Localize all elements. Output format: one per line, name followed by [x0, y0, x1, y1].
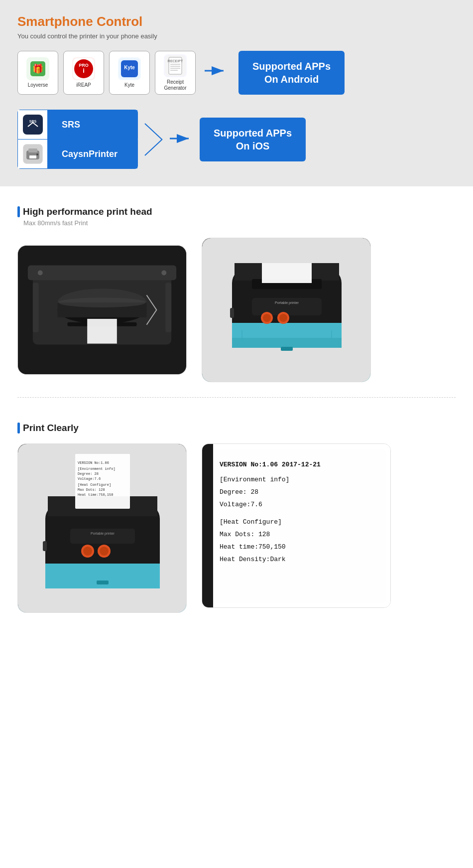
svg-rect-81 [202, 444, 213, 608]
bullet-bar-icon-2 [17, 423, 20, 434]
ios-apps-row: SRS SRS [17, 110, 456, 169]
svg-text:Heat time:750,150: Heat time:750,150 [220, 543, 286, 551]
svg-rect-23 [28, 148, 37, 152]
section-divider [17, 397, 456, 398]
caysn-app-row: CaysnPrinter [17, 139, 138, 169]
performance-section: High performance print head Max 80mm/s f… [0, 186, 473, 423]
svg-rect-48 [262, 263, 312, 283]
srs-label: SRS [48, 110, 137, 139]
svg-rect-19 [24, 116, 42, 134]
svg-rect-56 [230, 308, 234, 318]
smartphone-subtitle: You could control the printer in your ph… [17, 32, 456, 40]
svg-point-36 [161, 270, 166, 275]
svg-point-52 [263, 314, 271, 322]
svg-point-35 [38, 270, 43, 275]
svg-rect-71 [70, 529, 135, 544]
kyte-icon: Kyte [118, 57, 141, 80]
smartphone-heading: Smartphone Control [17, 14, 456, 29]
svg-text:Heat Density:Dark: Heat Density:Dark [220, 556, 286, 563]
svg-text:[Environment info]: [Environment info] [78, 467, 116, 471]
svg-rect-38 [33, 283, 39, 332]
supported-android-btn: Supported APPsOn Android [238, 51, 345, 95]
svg-text:RECEIPT: RECEIPT [168, 59, 183, 63]
svg-point-76 [100, 547, 109, 556]
supported-ios-text: Supported APPsOn iOS [214, 128, 292, 151]
ios-apps-block: SRS SRS [17, 110, 138, 169]
receipt-paper-closeup: VERSION No:1.06 2017-12-21 [Environment … [202, 443, 391, 608]
svg-text:[Heat Configure]: [Heat Configure] [78, 483, 111, 487]
svg-text:VERSION No:1.06 2017-12-21: VERSION No:1.06 2017-12-21 [220, 461, 321, 468]
loyverse-app-box: 🎁 Loyverse [17, 51, 58, 95]
print-clearly-heading-row: Print Clearly [17, 423, 456, 434]
svg-text:Heat time:750,150: Heat time:750,150 [78, 493, 113, 497]
svg-point-33 [59, 297, 146, 307]
svg-rect-34 [28, 266, 176, 281]
performance-images-row: Portable printer [17, 238, 456, 382]
svg-text:Kyte: Kyte [124, 65, 135, 70]
supported-ios-btn: Supported APPsOn iOS [200, 118, 306, 161]
svg-text:i: i [83, 67, 85, 74]
print-clearly-section: Print Clearly VERSION No:1.06 [Environme… [0, 423, 473, 633]
kyte-label: Kyte [124, 82, 134, 88]
svg-point-25 [36, 153, 38, 155]
smartphone-control-section: Smartphone Control You could control the… [0, 0, 473, 186]
svg-text:Degree: 28: Degree: 28 [220, 488, 258, 496]
printer-with-paper-image: VERSION No:1.06 [Environment info] Degre… [17, 443, 187, 613]
svg-text:Degree: 28: Degree: 28 [78, 472, 99, 476]
svg-text:🎁: 🎁 [32, 63, 44, 74]
svg-text:Max Dots: 128: Max Dots: 128 [220, 531, 270, 538]
print-head-image [17, 245, 187, 375]
android-apps-row: 🎁 Loyverse PRO i iREAP [17, 51, 456, 95]
caysn-label: CaysnPrinter [48, 140, 137, 168]
svg-text:Voltage:7.6: Voltage:7.6 [220, 501, 262, 508]
ireap-app-box: PRO i iREAP [63, 51, 104, 95]
svg-rect-78 [43, 541, 47, 551]
ireap-label: iREAP [76, 82, 91, 88]
svg-rect-39 [165, 283, 171, 332]
print-clearly-images-row: VERSION No:1.06 [Environment info] Degre… [17, 443, 456, 613]
svg-rect-24 [29, 155, 36, 158]
print-clearly-heading-text: Print Clearly [23, 423, 79, 434]
svg-text:VERSION No:1.06: VERSION No:1.06 [78, 461, 109, 465]
srs-icon: SRS [18, 110, 48, 139]
loyverse-label: Loyverse [28, 82, 48, 88]
svg-text:Voltage:7.6: Voltage:7.6 [78, 477, 101, 481]
svg-text:Portable printer: Portable printer [91, 532, 115, 536]
receipt-app-box: RECEIPT ReceiptGenerator [155, 51, 196, 95]
receipt-label: ReceiptGenerator [164, 79, 186, 91]
ios-chevron [143, 120, 165, 159]
svg-text:Max Dots: 128: Max Dots: 128 [78, 488, 105, 492]
kyte-app-box: Kyte Kyte [109, 51, 150, 95]
svg-rect-61 [45, 564, 160, 588]
svg-text:[Heat Configure]: [Heat Configure] [220, 518, 282, 526]
ireap-icon: PRO i [72, 57, 95, 80]
svg-rect-45 [232, 338, 342, 348]
svg-point-74 [83, 547, 92, 556]
performance-heading-row: High performance print head [17, 206, 456, 217]
ios-arrow [170, 129, 195, 150]
svg-text:[Environment info]: [Environment info] [220, 476, 289, 483]
performance-heading-text: High performance print head [23, 206, 152, 217]
performance-subtext: Max 80mm/s fast Print [23, 219, 456, 227]
srs-app-row: SRS SRS [17, 110, 138, 139]
loyverse-icon: 🎁 [26, 57, 49, 80]
printer-body-image: Portable printer [202, 238, 371, 382]
svg-rect-55 [281, 347, 293, 351]
svg-text:Portable printer: Portable printer [275, 301, 299, 305]
android-arrow [205, 61, 230, 85]
caysn-icon [18, 140, 48, 168]
receipt-icon: RECEIPT [164, 54, 187, 77]
svg-rect-40 [87, 319, 117, 344]
svg-rect-77 [97, 580, 109, 584]
svg-point-54 [279, 314, 287, 322]
supported-android-text: Supported APPsOn Android [252, 61, 331, 85]
bullet-bar-icon [17, 206, 20, 217]
svg-rect-80 [207, 449, 386, 603]
